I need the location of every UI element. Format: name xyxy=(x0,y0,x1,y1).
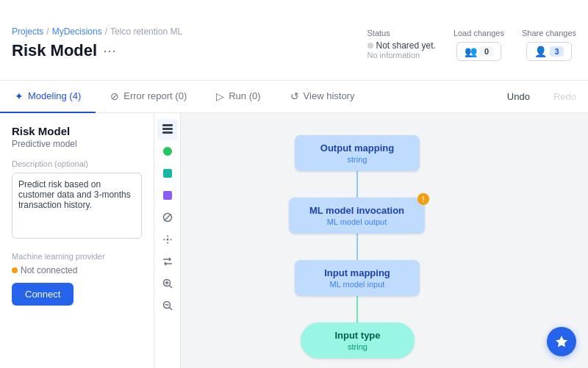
tool-ban[interactable] xyxy=(157,207,178,228)
breadcrumb-projects[interactable]: Projects xyxy=(12,26,43,37)
node-input-type-subtitle: string xyxy=(311,342,404,351)
svg-rect-0 xyxy=(162,124,173,126)
tab-error-report-label: Error report (0) xyxy=(123,90,187,101)
warn-dot-icon xyxy=(12,267,18,273)
breadcrumb-mydecisions[interactable]: MyDecisions xyxy=(52,26,102,37)
panel-title: Risk Model xyxy=(12,125,142,137)
breadcrumb-sep1: / xyxy=(46,26,49,37)
node-input-mapping-label: Input mapping xyxy=(305,267,409,278)
tab-run-label: Run (0) xyxy=(229,90,260,101)
description-textarea[interactable]: Predict risk based on customer data and … xyxy=(12,173,142,239)
not-connected-text: Not connected xyxy=(21,265,77,275)
icon-toolbar xyxy=(154,113,181,368)
tool-add-teal[interactable] xyxy=(157,163,178,184)
page-title-row: Risk Model ⋯ xyxy=(12,41,368,60)
tool-move[interactable] xyxy=(157,229,178,250)
ml-provider-label: Machine learning provider xyxy=(12,252,142,261)
tab-modeling[interactable]: ✦ Modeling (4) xyxy=(0,81,96,113)
breadcrumb: Projects / MyDecisions / Telco retention… xyxy=(12,26,368,37)
tab-error-report[interactable]: ⊘ Error report (0) xyxy=(96,81,201,113)
main-content: Risk Model Predictive model Description … xyxy=(0,113,588,368)
node-input-type-label: Input type xyxy=(311,330,404,341)
redo-button[interactable]: Redo xyxy=(542,81,588,113)
svg-line-7 xyxy=(164,214,171,221)
tool-zoom-in[interactable] xyxy=(157,273,178,294)
panel-subtitle: Predictive model xyxy=(12,139,142,149)
load-changes-button[interactable]: 👥 0 xyxy=(456,42,501,61)
svg-point-3 xyxy=(163,147,172,156)
node-output-mapping-subtitle: string xyxy=(305,155,409,164)
run-icon: ▷ xyxy=(216,90,224,102)
share-changes-button[interactable]: 👤 3 xyxy=(526,42,571,61)
top-header: Projects / MyDecisions / Telco retention… xyxy=(0,0,588,81)
svg-rect-4 xyxy=(163,169,172,178)
share-people-icon: 👤 xyxy=(534,46,547,57)
svg-line-14 xyxy=(169,308,172,311)
svg-point-8 xyxy=(166,239,168,241)
canvas: Output mapping string ML model invocatio… xyxy=(181,113,588,368)
toolbar: ✦ Modeling (4) ⊘ Error report (0) ▷ Run … xyxy=(0,81,588,113)
load-people-icon: 👥 xyxy=(465,46,477,57)
header-right: Status Not shared yet. No information Lo… xyxy=(368,26,577,61)
node-ml-invocation-label: ML model invocation xyxy=(299,205,415,216)
node-ml-invocation-subtitle: ML model output xyxy=(299,217,415,226)
node-input-type[interactable]: Input type string xyxy=(301,322,415,358)
history-icon: ↺ xyxy=(290,90,299,102)
share-changes-label: Share changes xyxy=(522,29,576,37)
description-label: Description (optional) xyxy=(12,159,142,168)
ml-provider-section: Machine learning provider Not connected … xyxy=(12,252,142,306)
error-report-icon: ⊘ xyxy=(110,90,119,102)
tool-zoom-out[interactable] xyxy=(157,295,178,316)
tab-view-history[interactable]: ↺ View history xyxy=(276,81,370,113)
load-changes-count: 0 xyxy=(480,46,493,57)
node-input-mapping[interactable]: Input mapping ML model input xyxy=(295,260,420,296)
breadcrumb-current: Telco retention ML xyxy=(110,26,182,37)
modeling-icon: ✦ xyxy=(15,90,24,102)
svg-rect-2 xyxy=(162,131,173,134)
tool-add-purple[interactable] xyxy=(157,185,178,206)
node-output-mapping[interactable]: Output mapping string xyxy=(295,135,420,171)
load-changes-label: Load changes xyxy=(453,29,504,37)
status-dot xyxy=(368,43,373,48)
status-value: Not shared yet. xyxy=(368,40,436,51)
tool-add-green[interactable] xyxy=(157,141,178,162)
not-connected-status: Not connected xyxy=(12,265,142,275)
status-section: Status Not shared yet. No information xyxy=(368,29,436,59)
page-title: Risk Model xyxy=(12,41,97,60)
breadcrumb-sep2: / xyxy=(105,26,107,37)
tab-view-history-label: View history xyxy=(304,90,355,101)
tab-run[interactable]: ▷ Run (0) xyxy=(201,81,275,113)
status-label: Status xyxy=(368,29,436,37)
svg-rect-1 xyxy=(162,128,173,130)
tool-select[interactable] xyxy=(157,119,178,140)
toolbar-actions: Undo Redo xyxy=(495,81,588,113)
warn-badge: ! xyxy=(417,193,429,205)
node-ml-invocation[interactable]: ML model invocation ML model output ! xyxy=(289,198,425,234)
tool-swap[interactable] xyxy=(157,251,178,272)
left-panel: Risk Model Predictive model Description … xyxy=(0,113,154,368)
svg-rect-5 xyxy=(163,191,172,200)
status-text: Not shared yet. xyxy=(376,40,436,51)
node-output-mapping-label: Output mapping xyxy=(305,142,409,154)
header-left: Projects / MyDecisions / Telco retention… xyxy=(12,26,368,60)
tab-modeling-label: Modeling (4) xyxy=(28,90,81,101)
svg-line-10 xyxy=(169,286,172,289)
node-input-mapping-subtitle: ML model input xyxy=(305,280,409,289)
share-changes-section: Share changes 👤 3 xyxy=(522,29,576,61)
status-info: No information xyxy=(368,51,436,59)
share-changes-count: 3 xyxy=(550,46,563,57)
undo-button[interactable]: Undo xyxy=(495,81,542,113)
fab-button[interactable] xyxy=(547,327,576,356)
connect-button[interactable]: Connect xyxy=(12,283,74,306)
more-icon[interactable]: ⋯ xyxy=(103,43,116,59)
load-changes-section: Load changes 👥 0 xyxy=(453,29,504,61)
